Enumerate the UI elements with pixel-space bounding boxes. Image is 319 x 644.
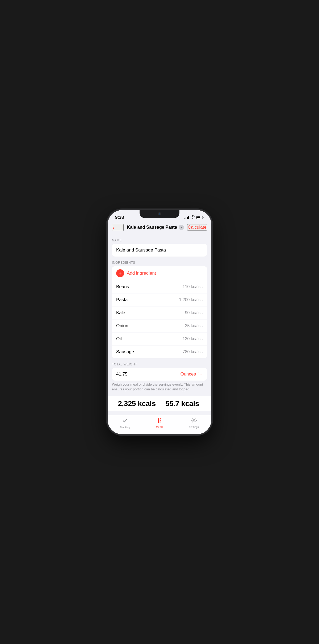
tracking-icon: [122, 417, 128, 425]
tab-meals[interactable]: Meals: [152, 417, 167, 429]
calculate-button[interactable]: Calculate: [187, 224, 207, 231]
ingredient-kcal-row: 1,200 kcals ›: [179, 297, 203, 302]
chevron-right-icon: ›: [202, 324, 203, 328]
name-card: [112, 244, 207, 257]
chevron-right-icon: ›: [202, 298, 203, 302]
weight-card: 41.75 Ounces ⌃⌄: [112, 368, 207, 381]
ingredient-kcal-row: 90 kcals ›: [185, 310, 203, 315]
chevron-right-icon: ›: [202, 311, 203, 315]
ingredient-kcals: 120 kcals: [183, 336, 201, 341]
signal-icon: [184, 216, 189, 219]
ingredient-kcals: 780 kcals: [183, 349, 201, 354]
notch: [140, 210, 179, 218]
ingredient-name: Kale: [116, 310, 125, 315]
total-kcals-value: 2,325 kcals: [118, 399, 156, 408]
ingredient-kcals: 1,200 kcals: [179, 297, 200, 302]
nav-header: ‹ Kale and Sausage Pasta ▾ Calculate: [108, 222, 211, 234]
screen: 9:38: [108, 210, 211, 434]
name-section-label: NAME: [108, 234, 211, 244]
tracking-label: Tracking: [120, 426, 130, 429]
ingredients-list: Beans 110 kcals › Pasta 1,200 kcals › Ka…: [112, 280, 207, 358]
weight-unit-label: Ounces: [180, 372, 196, 377]
weight-unit-arrows-icon: ⌃⌄: [197, 372, 203, 376]
meals-icon: [157, 417, 162, 425]
tab-tracking[interactable]: Tracking: [117, 417, 133, 429]
main-content: NAME INGREDIENTS + Add ingredient Beans …: [108, 234, 211, 415]
list-item[interactable]: Pasta 1,200 kcals ›: [112, 293, 207, 306]
ingredient-name: Onion: [116, 323, 128, 329]
total-kcals-item: 2,325 kcals: [114, 399, 160, 408]
title-container: Kale and Sausage Pasta ▾: [127, 225, 184, 230]
back-button[interactable]: ‹: [112, 224, 124, 231]
ingredient-kcals: 110 kcals: [183, 284, 201, 289]
phone-frame: 9:38: [108, 210, 211, 434]
settings-icon: [191, 417, 197, 425]
battery-icon: [196, 216, 204, 219]
back-chevron-icon: ‹: [112, 224, 114, 231]
settings-label: Settings: [189, 426, 199, 429]
ingredient-name: Oil: [116, 336, 122, 342]
weight-row: 41.75 Ounces ⌃⌄: [112, 368, 207, 381]
page-title: Kale and Sausage Pasta: [127, 225, 177, 230]
ingredient-kcal-row: 110 kcals ›: [183, 284, 203, 289]
ingredient-kcal-row: 25 kcals ›: [185, 323, 203, 328]
add-ingredient-label: Add ingredient: [127, 271, 156, 276]
tab-bar: Tracking Meals: [108, 415, 211, 434]
title-dropdown-icon[interactable]: ▾: [179, 225, 184, 230]
add-icon: +: [116, 269, 124, 277]
weight-unit-selector[interactable]: Ounces ⌃⌄: [180, 372, 203, 377]
chevron-right-icon: ›: [202, 285, 203, 289]
ingredient-kcals: 25 kcals: [185, 323, 201, 328]
ingredient-name: Beans: [116, 284, 129, 289]
ingredient-kcals: 90 kcals: [185, 310, 201, 315]
name-input[interactable]: [112, 244, 207, 257]
camera: [158, 212, 161, 215]
list-item[interactable]: Oil 120 kcals ›: [112, 332, 207, 345]
tab-settings[interactable]: Settings: [186, 417, 202, 429]
per-serving-value: 55.7 kcals: [165, 399, 199, 408]
weight-hint: Weigh your meal or divide the servings e…: [108, 381, 211, 396]
list-item[interactable]: Kale 90 kcals ›: [112, 306, 207, 319]
ingredient-name: Pasta: [116, 297, 128, 302]
list-item[interactable]: Beans 110 kcals ›: [112, 280, 207, 293]
status-icons: [184, 215, 204, 219]
summary-bar: 2,325 kcals 55.7 kcals: [108, 396, 211, 411]
ingredients-card: + Add ingredient Beans 110 kcals › Pasta…: [112, 266, 207, 358]
list-item[interactable]: Onion 25 kcals ›: [112, 319, 207, 332]
ingredients-section-label: INGREDIENTS: [108, 257, 211, 266]
per-serving-item: 55.7 kcals: [160, 399, 205, 408]
weight-value: 41.75: [116, 372, 128, 377]
ingredient-name: Sausage: [116, 349, 134, 355]
wifi-icon: [191, 215, 195, 219]
add-ingredient-row[interactable]: + Add ingredient: [112, 266, 207, 280]
status-time: 9:38: [115, 215, 124, 220]
total-weight-label: TOTAL WEIGHT: [108, 358, 211, 368]
meals-label: Meals: [156, 426, 163, 429]
svg-point-3: [193, 420, 195, 421]
ingredient-kcal-row: 120 kcals ›: [183, 336, 203, 341]
list-item[interactable]: Sausage 780 kcals ›: [112, 345, 207, 358]
chevron-right-icon: ›: [202, 350, 203, 354]
chevron-right-icon: ›: [202, 337, 203, 341]
ingredient-kcal-row: 780 kcals ›: [183, 349, 203, 354]
